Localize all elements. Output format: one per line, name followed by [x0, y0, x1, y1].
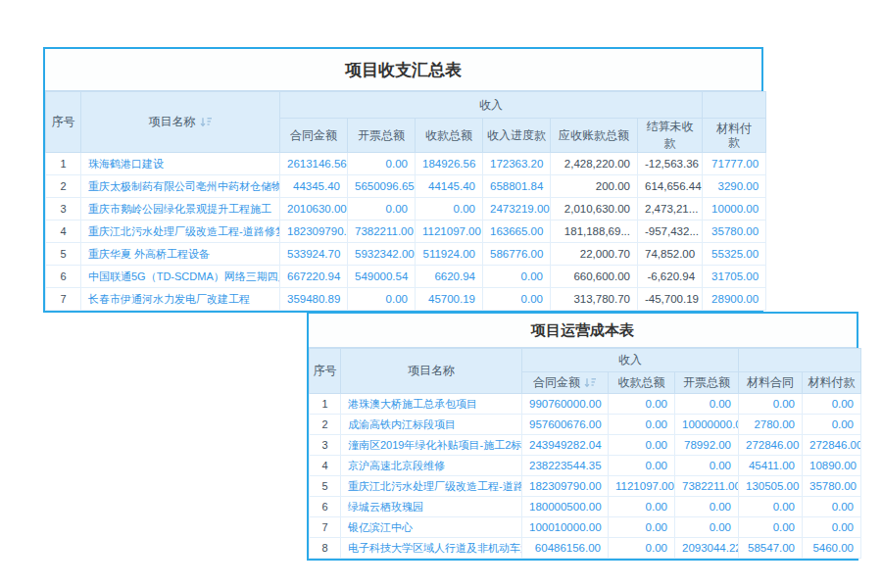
table-row: 3潼南区2019年绿化补贴项目-施工2标段243949282.040.00789… — [310, 435, 861, 456]
col-header-empty-group — [739, 349, 861, 372]
table-row: 2成渝高铁内江标段项目957600676.000.0010000000.0027… — [310, 415, 861, 435]
project-name-link[interactable]: 成渝高铁内江标段项目 — [341, 415, 522, 435]
value-cell: 2093044.22 — [675, 538, 739, 559]
col-header-index: 序号 — [46, 92, 81, 153]
value-cell: 0.00 — [739, 394, 803, 415]
value-cell: 0.00 — [609, 415, 675, 435]
data-table: 序号项目名称收入合同金额开票总额收款总额收入进度款应收账款总额结算未收款材料付款… — [45, 91, 766, 311]
value-cell: 0.00 — [609, 497, 675, 517]
project-name-link[interactable]: 重庆市鹅岭公园绿化景观提升工程施工 — [81, 198, 280, 220]
value-cell: 0.00 — [483, 288, 551, 311]
value-cell: 2,428,220.00 — [551, 153, 638, 175]
table-row: 3重庆市鹅岭公园绿化景观提升工程施工2010630.000.000.002473… — [46, 198, 766, 220]
project-name-link[interactable]: 绿城云栖玫瑰园 — [341, 497, 522, 517]
value-cell: 45411.00 — [739, 456, 803, 476]
row-index: 5 — [310, 476, 341, 497]
value-cell: 0.00 — [348, 288, 416, 311]
value-cell: 5650096.65 — [348, 175, 416, 198]
row-index: 6 — [46, 266, 81, 288]
project-name-link[interactable]: 京沪高速北京段维修 — [341, 456, 522, 476]
col-header-1: 收款总额 — [609, 372, 675, 394]
value-cell: 0.00 — [803, 497, 861, 517]
row-index: 3 — [310, 435, 341, 456]
value-cell: 10000000.00 — [675, 415, 739, 435]
col-header-label: 开票总额 — [358, 127, 405, 144]
project-name-link[interactable]: 长春市伊通河水力发电厂改建工程 — [81, 288, 280, 311]
row-index: 1 — [46, 153, 81, 175]
value-cell: 990760000.00 — [522, 394, 609, 415]
value-cell: 0.00 — [348, 198, 416, 220]
value-cell: 1121097.00 — [416, 220, 483, 243]
project-name-link[interactable]: 潼南区2019年绿化补贴项目-施工2标段 — [341, 435, 522, 456]
project-name-link[interactable]: 重庆江北污水处理厂级改造工程-道路修复工程 — [341, 476, 522, 497]
table-row: 5重庆华夏 外高桥工程设备533924.705932342.00511924.0… — [46, 243, 766, 266]
col-header-3: 收入进度款 — [483, 119, 551, 153]
value-cell: 0.00 — [675, 394, 739, 415]
header-group-row: 序号项目名称收入 — [46, 92, 766, 119]
value-cell: 2613146.56 — [280, 153, 348, 175]
table-row: 2重庆太极制药有限公司亳州中药材仓储物流园44345.405650096.654… — [46, 175, 766, 198]
table-title: 项目运营成本表 — [309, 314, 857, 348]
value-cell: 100010000.00 — [522, 517, 609, 538]
value-cell: 957600676.00 — [522, 415, 609, 435]
value-cell: 660,600.00 — [551, 266, 638, 288]
value-cell: 0.00 — [416, 198, 483, 220]
col-header-income-group: 收入 — [280, 92, 703, 119]
value-cell: -12,563.36 — [638, 153, 703, 175]
project-name-link[interactable]: 港珠澳大桥施工总承包项目 — [341, 394, 522, 415]
value-cell: 0.00 — [609, 538, 675, 559]
value-cell: 2,473,21... — [638, 198, 703, 220]
value-cell: 0.00 — [609, 517, 675, 538]
table-row: 6中国联通5G（TD-SCDMA）网络三期四川工程667220.94549000… — [46, 266, 766, 288]
col-header-income-group: 收入 — [522, 349, 739, 372]
table-row: 4京沪高速北京段维修238223544.350.000.0045411.0010… — [310, 456, 861, 476]
project-name-link[interactable]: 珠海鹤港口建设 — [81, 153, 280, 175]
table-row: 6绿城云栖玫瑰园180000500.000.000.000.000.00 — [310, 497, 861, 517]
value-cell: 0.00 — [739, 517, 803, 538]
value-cell: 1121097.00 — [609, 476, 675, 497]
value-cell: 78992.00 — [675, 435, 739, 456]
table-title: 项目收支汇总表 — [45, 49, 761, 91]
col-header-5: 结算未收款 — [638, 119, 703, 153]
col-header-index: 序号 — [310, 349, 341, 394]
income-summary-table: 项目收支汇总表序号项目名称收入合同金额开票总额收款总额收入进度款应收账款总额结算… — [43, 47, 763, 313]
table-row: 4重庆江北污水处理厂级改造工程-道路修复工程182309790.00738221… — [46, 220, 766, 243]
table-row: 7银亿滨江中心100010000.000.000.000.000.00 — [310, 517, 861, 538]
col-header-0[interactable]: 合同金额 — [522, 372, 609, 394]
value-cell: -45,700.19 — [638, 288, 703, 311]
row-index: 8 — [310, 538, 341, 559]
col-header-4: 应收账款总额 — [551, 119, 638, 153]
col-header-label: 合同金额 — [533, 374, 580, 391]
row-index: 1 — [310, 394, 341, 415]
project-name-link[interactable]: 中国联通5G（TD-SCDMA）网络三期四川工程 — [81, 266, 280, 288]
project-name-link[interactable]: 重庆华夏 外高桥工程设备 — [81, 243, 280, 266]
col-header-label: 开票总额 — [683, 374, 730, 391]
row-index: 2 — [46, 175, 81, 198]
col-header-extra-0: 材料付款 — [703, 119, 766, 153]
table-row: 7长春市伊通河水力发电厂改建工程359480.890.0045700.190.0… — [46, 288, 766, 311]
project-name-link[interactable]: 重庆江北污水处理厂级改造工程-道路修复工程 — [81, 220, 280, 243]
col-header-name-label: 项目名称 — [408, 363, 455, 379]
value-cell: 3290.00 — [703, 175, 766, 198]
table-row: 5重庆江北污水处理厂级改造工程-道路修复工程182309790.00112109… — [310, 476, 861, 497]
sort-icon[interactable] — [200, 117, 213, 127]
col-header-name[interactable]: 项目名称 — [81, 92, 280, 153]
value-cell: -6,620.94 — [638, 266, 703, 288]
value-cell: 44145.40 — [416, 175, 483, 198]
value-cell: 44345.40 — [280, 175, 348, 198]
value-cell: 0.00 — [803, 415, 861, 435]
table-row: 1珠海鹤港口建设2613146.560.00184926.56172363.20… — [46, 153, 766, 175]
value-cell: 22,000.70 — [551, 243, 638, 266]
project-name-link[interactable]: 重庆太极制药有限公司亳州中药材仓储物流园 — [81, 175, 280, 198]
col-header-extra-0: 材料合同 — [739, 372, 803, 394]
value-cell: 359480.89 — [280, 288, 348, 311]
sort-icon[interactable] — [584, 377, 597, 388]
project-name-link[interactable]: 电子科技大学区域人行道及非机动车道工程 — [341, 538, 522, 559]
value-cell: 130505.00 — [739, 476, 803, 497]
col-header-2: 开票总额 — [675, 372, 739, 394]
col-header-extra-1: 材料付款 — [803, 372, 861, 394]
project-name-link[interactable]: 银亿滨江中心 — [341, 517, 522, 538]
value-cell: 0.00 — [739, 497, 803, 517]
value-cell: 0.00 — [609, 456, 675, 476]
value-cell: 2473219.00 — [483, 198, 551, 220]
